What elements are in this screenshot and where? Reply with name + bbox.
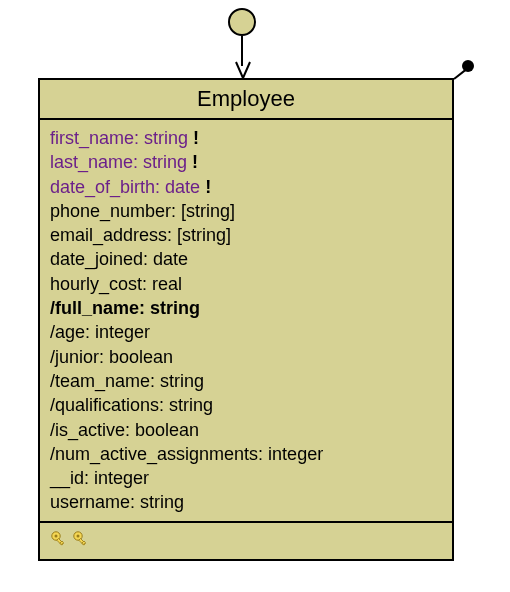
attribute-label: phone_number: [string] — [50, 201, 235, 221]
attribute-row: first_name: string ! — [50, 126, 442, 150]
key-icon — [72, 530, 90, 548]
svg-point-1 — [55, 534, 58, 537]
attribute-row: /team_name: string — [50, 369, 442, 393]
attribute-row: phone_number: [string] — [50, 199, 442, 223]
attribute-label: /qualifications: string — [50, 395, 213, 415]
attribute-row: /full_name: string — [50, 296, 442, 320]
attribute-label: hourly_cost: real — [50, 274, 182, 294]
diagram-canvas: Employee first_name: string !last_name: … — [0, 0, 510, 592]
arrow-head-icon — [234, 58, 252, 80]
attribute-label: username: string — [50, 492, 184, 512]
attribute-label: __id: integer — [50, 468, 149, 488]
attribute-label: /is_active: boolean — [50, 420, 199, 440]
attribute-row: /qualifications: string — [50, 393, 442, 417]
attribute-label: first_name: string — [50, 128, 188, 148]
attribute-row: /num_active_assignments: integer — [50, 442, 442, 466]
mandatory-marker: ! — [187, 152, 198, 172]
entity-box: Employee first_name: string !last_name: … — [38, 78, 454, 561]
attribute-row: /is_active: boolean — [50, 418, 442, 442]
attribute-row: /junior: boolean — [50, 345, 442, 369]
attribute-row: /age: integer — [50, 320, 442, 344]
attribute-label: /age: integer — [50, 322, 150, 342]
mandatory-marker: ! — [200, 177, 211, 197]
attribute-label: date_joined: date — [50, 249, 188, 269]
key-icon — [50, 530, 68, 548]
corner-dot — [462, 60, 474, 72]
mandatory-marker: ! — [188, 128, 199, 148]
attribute-row: hourly_cost: real — [50, 272, 442, 296]
entity-attributes: first_name: string !last_name: string !d… — [40, 120, 452, 523]
attribute-label: /num_active_assignments: integer — [50, 444, 323, 464]
entity-keys-footer — [40, 523, 452, 559]
attribute-row: email_address: [string] — [50, 223, 442, 247]
attribute-row: date_of_birth: date ! — [50, 175, 442, 199]
attribute-row: username: string — [50, 490, 442, 514]
attribute-label: date_of_birth: date — [50, 177, 200, 197]
svg-point-5 — [77, 534, 80, 537]
initial-node — [228, 8, 256, 36]
attribute-label: /full_name: string — [50, 298, 200, 318]
attribute-row: __id: integer — [50, 466, 442, 490]
attribute-label: last_name: string — [50, 152, 187, 172]
attribute-row: date_joined: date — [50, 247, 442, 271]
entity-title: Employee — [40, 80, 452, 120]
attribute-label: email_address: [string] — [50, 225, 231, 245]
attribute-label: /junior: boolean — [50, 347, 173, 367]
attribute-label: /team_name: string — [50, 371, 204, 391]
attribute-row: last_name: string ! — [50, 150, 442, 174]
